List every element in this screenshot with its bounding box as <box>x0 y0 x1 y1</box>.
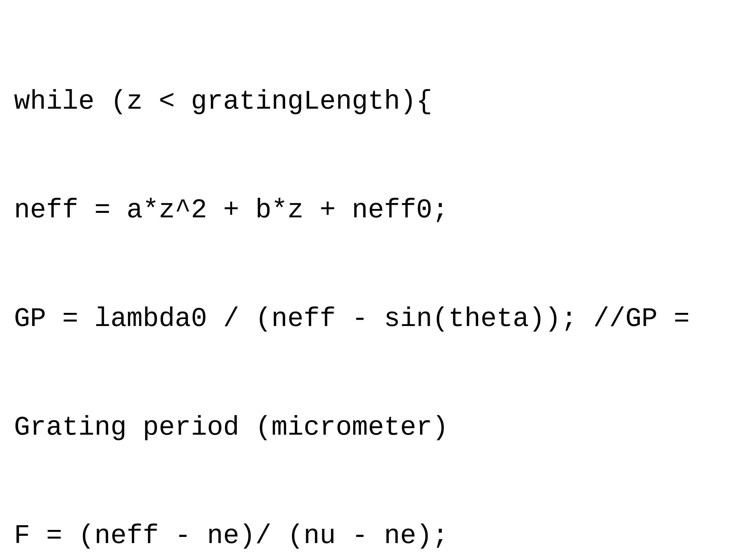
code-line-2: neff = a*z^2 + b*z + neff0; <box>14 192 742 229</box>
code-line-3: GP = lambda0 / (neff - sin(theta)); //GP… <box>14 301 742 337</box>
code-line-1: while (z < gratingLength){ <box>14 84 742 120</box>
code-line-5: F = (neff - ne)/ (nu - ne); <box>14 518 742 552</box>
code-block: while (z < gratingLength){ neff = a*z^2 … <box>0 0 756 552</box>
code-line-4: Grating period (micrometer) <box>14 410 742 446</box>
